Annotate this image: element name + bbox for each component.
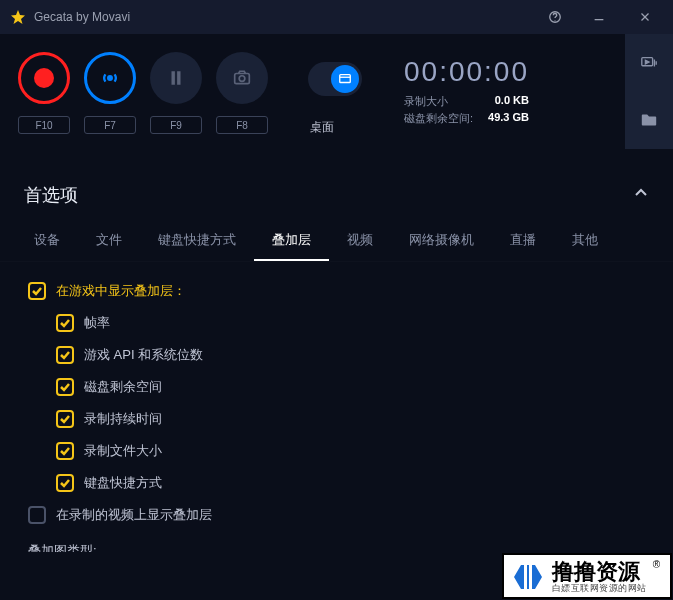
camera-icon — [233, 69, 251, 87]
capture-mode-toggle[interactable] — [308, 62, 362, 96]
monitor-icon — [338, 72, 352, 86]
pause-button[interactable] — [150, 52, 202, 104]
pause-icon — [167, 69, 185, 87]
watermark-title: 撸撸资源 — [552, 560, 647, 584]
show-on-video-checkbox[interactable] — [28, 506, 46, 524]
help-button[interactable] — [533, 0, 577, 34]
window-title: Gecata by Movavi — [34, 10, 533, 24]
record-icon — [34, 68, 54, 88]
registered-icon: ® — [653, 559, 660, 570]
filesize-checkbox[interactable] — [56, 442, 74, 460]
show-in-game-checkbox[interactable] — [28, 282, 46, 300]
tab-shortcuts[interactable]: 键盘快捷方式 — [140, 221, 254, 261]
chevron-up-icon — [633, 185, 649, 205]
recording-timer: 00:00:00 — [404, 56, 529, 88]
minimize-button[interactable] — [577, 0, 621, 34]
hotkey-camera[interactable]: F8 — [216, 116, 268, 134]
size-value: 0.0 KB — [487, 94, 529, 109]
tab-file[interactable]: 文件 — [78, 221, 140, 261]
check-icon — [59, 317, 71, 329]
preferences-header[interactable]: 首选项 — [0, 169, 673, 221]
timer-block: 00:00:00 录制大小 0.0 KB 磁盘剩余空间: 49.3 GB — [404, 56, 529, 126]
check-icon — [59, 477, 71, 489]
tab-other[interactable]: 其他 — [554, 221, 616, 261]
show-on-video-row: 在录制的视频上显示叠加层 — [28, 506, 645, 524]
check-icon — [59, 413, 71, 425]
show-in-game-row: 在游戏中显示叠加层： — [28, 282, 645, 300]
tab-video[interactable]: 视频 — [329, 221, 391, 261]
media-button[interactable] — [625, 34, 673, 92]
size-label: 录制大小 — [404, 94, 475, 109]
svg-marker-12 — [645, 60, 649, 64]
folder-icon — [640, 111, 658, 129]
check-icon — [59, 445, 71, 457]
disk-value: 49.3 GB — [487, 111, 529, 126]
right-rail — [625, 34, 673, 149]
stream-button[interactable] — [84, 52, 136, 104]
check-icon — [59, 381, 71, 393]
main-toolbar: F10 F7 F9 F8 桌面 00:00:00 录制大小 0.0 KB 磁盘剩… — [0, 34, 673, 149]
fps-row: 帧率 — [56, 314, 645, 332]
shortcut-label: 键盘快捷方式 — [84, 474, 162, 492]
tab-overlay[interactable]: 叠加层 — [254, 221, 329, 261]
svg-point-8 — [239, 76, 245, 82]
show-in-game-label: 在游戏中显示叠加层： — [56, 282, 186, 300]
media-icon — [640, 54, 658, 72]
watermark-logo-icon — [510, 559, 546, 595]
watermark: 撸撸资源 白嫖互联网资源的网站 ® — [502, 553, 672, 599]
duration-label: 录制持续时间 — [84, 410, 162, 428]
fps-checkbox[interactable] — [56, 314, 74, 332]
disk-checkbox[interactable] — [56, 378, 74, 396]
svg-rect-9 — [340, 75, 351, 83]
filesize-row: 录制文件大小 — [56, 442, 645, 460]
api-row: 游戏 API 和系统位数 — [56, 346, 645, 364]
api-label: 游戏 API 和系统位数 — [84, 346, 203, 364]
svg-rect-5 — [172, 71, 175, 85]
tab-device[interactable]: 设备 — [16, 221, 78, 261]
svg-rect-6 — [177, 71, 180, 85]
disk-row: 磁盘剩余空间 — [56, 378, 645, 396]
toggle-knob — [331, 65, 359, 93]
icon-type-label: 叠加图类型: — [28, 542, 645, 552]
hotkey-row: F10 F7 F9 F8 — [18, 116, 268, 134]
overlay-panel: 在游戏中显示叠加层： 帧率 游戏 API 和系统位数 磁盘剩余空间 录制持续时间… — [0, 262, 673, 552]
disk-overlay-label: 磁盘剩余空间 — [84, 378, 162, 396]
tab-webcam[interactable]: 网络摄像机 — [391, 221, 492, 261]
shortcut-row: 键盘快捷方式 — [56, 474, 645, 492]
titlebar: Gecata by Movavi — [0, 0, 673, 34]
watermark-sub: 白嫖互联网资源的网站 — [552, 584, 647, 594]
api-checkbox[interactable] — [56, 346, 74, 364]
app-logo-icon — [10, 9, 26, 25]
duration-checkbox[interactable] — [56, 410, 74, 428]
broadcast-icon — [99, 67, 121, 89]
capture-mode-label: 桌面 — [310, 119, 334, 136]
record-button[interactable] — [18, 52, 70, 104]
shortcut-checkbox[interactable] — [56, 474, 74, 492]
screenshot-button[interactable] — [216, 52, 268, 104]
disk-label: 磁盘剩余空间: — [404, 111, 475, 126]
filesize-label: 录制文件大小 — [84, 442, 162, 460]
recording-stats: 录制大小 0.0 KB 磁盘剩余空间: 49.3 GB — [404, 94, 529, 126]
check-icon — [31, 285, 43, 297]
duration-row: 录制持续时间 — [56, 410, 645, 428]
folder-button[interactable] — [625, 92, 673, 150]
hotkey-stream[interactable]: F7 — [84, 116, 136, 134]
preferences-title: 首选项 — [24, 183, 633, 207]
show-on-video-label: 在录制的视频上显示叠加层 — [56, 506, 212, 524]
check-icon — [59, 349, 71, 361]
fps-label: 帧率 — [84, 314, 110, 332]
tab-live[interactable]: 直播 — [492, 221, 554, 261]
close-button[interactable] — [621, 0, 669, 34]
svg-point-4 — [108, 76, 112, 80]
preferences-tabs: 设备 文件 键盘快捷方式 叠加层 视频 网络摄像机 直播 其他 — [0, 221, 673, 262]
hotkey-pause[interactable]: F9 — [150, 116, 202, 134]
svg-rect-13 — [527, 565, 529, 589]
hotkey-record[interactable]: F10 — [18, 116, 70, 134]
